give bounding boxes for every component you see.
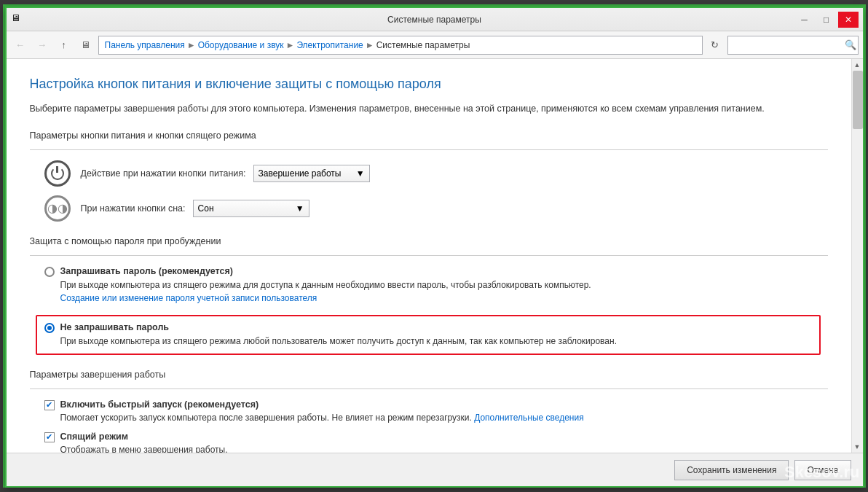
fast-startup-option: ✔ Включить быстрый запуск (рекомендуется… [44, 399, 828, 424]
fast-startup-desc: Помогает ускорить запуск компьютера посл… [60, 411, 828, 424]
search-input[interactable] [733, 40, 842, 50]
titlebar: 🖥 Системные параметры ─ □ ✕ [7, 8, 863, 31]
power-section-header: Параметры кнопки питания и кнопки спящег… [30, 130, 828, 141]
back-button[interactable]: ← [11, 36, 30, 55]
fast-startup-link[interactable]: Дополнительные сведения [474, 413, 583, 423]
power-button-label: Действие при нажатии кнопки питания: [81, 168, 246, 179]
sleep-button-dropdown[interactable]: Сон ▼ [193, 200, 309, 217]
breadcrumb-hardware[interactable]: Оборудование и звук [198, 40, 284, 50]
sleep-button-icon: ◑ [44, 195, 71, 222]
window-title: Системные параметры [7, 15, 863, 25]
addressbar: ← → ↑ 🖥 Панель управления ► Оборудование… [7, 31, 863, 59]
address-path[interactable]: Панель управления ► Оборудование и звук … [98, 36, 703, 55]
sleep-button-value: Сон [198, 203, 214, 214]
shutdown-section-header: Параметры завершения работы [30, 370, 828, 380]
breadcrumb-control-panel[interactable]: Панель управления [105, 40, 185, 50]
scrollbar-thumb[interactable] [853, 71, 863, 129]
sleep-mode-checkbox[interactable]: ✔ [44, 432, 55, 442]
sleep-button-row: ◑ При нажатии кнопки сна: Сон ▼ [30, 195, 828, 222]
footer: Сохранить изменения Отмена [7, 453, 863, 486]
sleep-mode-content: Спящий режим Отображать в меню завершени… [60, 432, 828, 453]
window-icon: 🖥 [11, 12, 25, 27]
power-settings-section: Параметры кнопки питания и кнопки спящег… [30, 130, 828, 222]
ask-password-option: Запрашивать пароль (рекомендуется) При в… [44, 266, 828, 305]
fast-startup-title: Включить быстрый запуск (рекомендуется) [60, 399, 828, 410]
scrollbar-track[interactable] [852, 71, 863, 441]
page-title: Настройка кнопок питания и включение защ… [30, 77, 828, 92]
fast-startup-content: Включить быстрый запуск (рекомендуется) … [60, 399, 828, 424]
scrollbar[interactable]: ▲ ▼ [851, 59, 863, 453]
main-content: Настройка кнопок питания и включение защ… [7, 59, 851, 453]
no-password-highlighted: Не запрашивать пароль При выходе компьют… [36, 315, 821, 355]
power-button-icon [44, 160, 71, 187]
section-divider-1 [30, 149, 828, 150]
section-divider-2 [30, 255, 828, 256]
search-box[interactable]: 🔍 [727, 36, 859, 55]
close-button[interactable]: ✕ [838, 12, 859, 28]
power-button-row: Действие при нажатии кнопки питания: Зав… [30, 160, 828, 187]
breadcrumb-power[interactable]: Электропитание [296, 40, 363, 50]
no-password-option: Не запрашивать пароль При выходе компьют… [44, 322, 812, 348]
minimize-button[interactable]: ─ [794, 12, 815, 28]
window-controls: ─ □ ✕ [794, 12, 859, 28]
sleep-mode-title: Спящий режим [60, 432, 828, 442]
no-password-title: Не запрашивать пароль [60, 322, 812, 332]
no-password-desc: При выходе компьютера из спящего режима … [60, 335, 812, 348]
fast-startup-checkbox[interactable]: ✔ [44, 400, 55, 410]
sleep-dropdown-arrow: ▼ [296, 203, 304, 214]
sleep-mode-desc: Отображать в меню завершения работы. [60, 443, 828, 453]
forward-button[interactable]: → [33, 36, 52, 55]
refresh-button[interactable]: ↻ [706, 36, 725, 55]
maximize-button[interactable]: □ [816, 12, 837, 28]
sleep-mode-option: ✔ Спящий режим Отображать в меню заверше… [44, 432, 828, 453]
scroll-up-button[interactable]: ▲ [851, 59, 863, 71]
ask-password-content: Запрашивать пароль (рекомендуется) При в… [60, 266, 828, 305]
sleep-button-label: При нажатии кнопки сна: [81, 203, 186, 214]
sleep-icon-symbol: ◑ [58, 201, 68, 215]
breadcrumb-current: Системные параметры [376, 40, 470, 50]
scroll-down-button[interactable]: ▼ [851, 441, 863, 453]
ask-password-desc: При выходе компьютера из спящего режима … [60, 278, 828, 305]
no-password-radio[interactable] [44, 323, 55, 333]
save-button[interactable]: Сохранить изменения [674, 460, 789, 480]
power-button-value: Завершение работы [259, 168, 342, 179]
breadcrumb-sep-2: ► [286, 40, 295, 50]
system-parameters-window: 🖥 Системные параметры ─ □ ✕ ← → ↑ 🖥 Пане… [5, 7, 864, 488]
breadcrumb-sep-1: ► [187, 40, 196, 50]
search-icon[interactable]: 🔍 [845, 39, 856, 50]
ask-password-title: Запрашивать пароль (рекомендуется) [60, 266, 828, 276]
radio-group: Запрашивать пароль (рекомендуется) При в… [30, 266, 828, 355]
breadcrumb-sep-3: ► [366, 40, 374, 50]
no-password-content: Не запрашивать пароль При выходе компьют… [60, 322, 812, 348]
power-dropdown-arrow: ▼ [356, 168, 365, 179]
cancel-button[interactable]: Отмена [794, 460, 851, 480]
content-wrapper: Настройка кнопок питания и включение защ… [7, 59, 863, 453]
ask-password-radio[interactable] [44, 267, 55, 277]
password-section-header: Защита с помощью пароля при пробуждении [30, 236, 828, 246]
computer-icon: 🖥 [76, 36, 95, 55]
power-button-dropdown[interactable]: Завершение работы ▼ [253, 165, 370, 182]
shutdown-section: Параметры завершения работы ✔ Включить б… [30, 370, 828, 453]
checkbox-group: ✔ Включить быстрый запуск (рекомендуется… [30, 399, 828, 453]
password-section: Защита с помощью пароля при пробуждении … [30, 236, 828, 355]
page-description: Выберите параметры завершения работы для… [30, 102, 828, 116]
section-divider-3 [30, 388, 828, 389]
password-link[interactable]: Создание или изменение пароля учетной за… [60, 293, 317, 303]
up-button[interactable]: ↑ [55, 36, 74, 55]
